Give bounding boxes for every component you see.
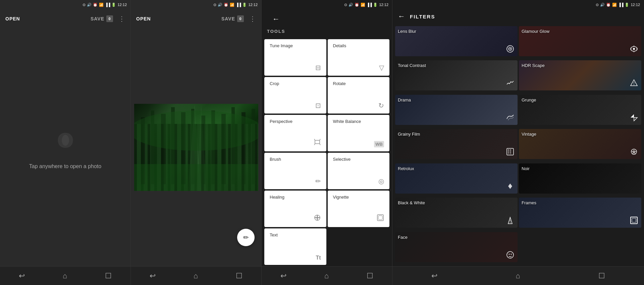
status-wifi: 📶 <box>99 3 104 7</box>
tool-crop[interactable]: Crop ⊡ <box>264 77 326 114</box>
tool-perspective[interactable]: Perspective <box>264 115 326 151</box>
lens-blur-icon-area <box>395 42 518 56</box>
svg-rect-51 <box>631 217 637 224</box>
text-icon: Tt <box>316 255 321 261</box>
home-nav-4[interactable]: ⌂ <box>516 272 520 280</box>
tool-tune-image[interactable]: Tune Image ⊟ <box>264 39 326 76</box>
filter-hdr-scape[interactable]: HDR Scape <box>519 60 641 90</box>
back-nav-4[interactable]: ↩ <box>431 272 437 280</box>
retrolux-icon-area <box>395 179 518 194</box>
home-nav-3[interactable]: ⌂ <box>324 272 329 280</box>
edit-fab-button[interactable]: ✏ <box>237 229 255 246</box>
status-time-1: 12:12 <box>117 3 127 7</box>
filter-face-label: Face <box>395 232 518 242</box>
tool-rotate[interactable]: Rotate ↻ <box>328 77 390 114</box>
tool-details[interactable]: Details ▽ <box>328 39 390 76</box>
filter-face[interactable]: Face <box>395 232 518 262</box>
status-time-2: 12:12 <box>248 3 258 7</box>
panel-image-editor: ⊙ 🔊 ⏰ 📶 ▐▐ 🔋 12:12 OPEN SAVE 0 ⋮ <box>131 0 262 285</box>
lens-blur-icon <box>505 44 515 54</box>
grunge-icon-area <box>519 110 641 125</box>
top-bar-actions-2: SAVE 0 ⋮ <box>221 15 256 23</box>
tools-back-row: ← <box>262 9 392 26</box>
tool-text[interactable]: Text Tt <box>264 228 326 265</box>
svg-rect-24 <box>378 216 382 220</box>
glamour-glow-icon <box>629 44 639 54</box>
recents-nav-3[interactable]: ☐ <box>367 272 373 280</box>
status-bar-3: ⊙ 🔊 ⏰ 📶 ▐▐ 🔋 12:12 <box>262 0 392 9</box>
white-balance-icon: WB <box>374 141 384 147</box>
selective-icon: ◎ <box>378 177 384 185</box>
recents-nav-2[interactable]: ☐ <box>236 272 243 280</box>
tool-selective[interactable]: Selective ◎ <box>328 153 390 189</box>
status-volume-2: 🔊 <box>218 3 222 7</box>
filter-retrolux[interactable]: Retrolux <box>395 163 518 194</box>
tool-brush-label: Brush <box>270 157 321 162</box>
filter-grunge[interactable]: Grunge <box>519 95 641 125</box>
black-white-icon-area <box>395 213 518 228</box>
tool-brush[interactable]: Brush ✏ <box>264 153 326 189</box>
svg-rect-15 <box>134 164 258 191</box>
status-alarm: ⏰ <box>93 3 98 7</box>
open-button-2[interactable]: OPEN <box>136 16 151 21</box>
recents-nav-1[interactable]: ☐ <box>105 272 112 280</box>
filter-glamour-glow-label: Glamour Glow <box>519 26 641 37</box>
more-menu-1[interactable]: ⋮ <box>118 15 125 23</box>
camera-icon <box>50 125 80 155</box>
home-nav-1[interactable]: ⌂ <box>63 272 67 280</box>
status-signal: ▐▐ <box>105 3 110 7</box>
filter-black-white[interactable]: Black & White <box>395 198 518 228</box>
filter-grainy-film[interactable]: Grainy Film <box>395 129 518 159</box>
filter-vintage[interactable]: Vintage <box>519 129 641 159</box>
filter-glamour-glow[interactable]: Glamour Glow <box>519 26 641 56</box>
status-media: ⊙ <box>83 3 86 7</box>
vignette-icon <box>377 214 384 223</box>
forest-photo <box>134 104 258 191</box>
drama-icon-area <box>395 110 518 125</box>
glamour-glow-icon-area <box>519 42 641 56</box>
recents-nav-4[interactable]: ☐ <box>598 272 605 280</box>
filter-tonal-contrast[interactable]: Tonal Contrast <box>395 60 518 90</box>
svg-line-18 <box>314 139 315 140</box>
tool-vignette[interactable]: Vignette <box>328 191 390 227</box>
more-menu-2[interactable]: ⋮ <box>249 15 256 23</box>
status-wifi-2: 📶 <box>230 3 234 7</box>
tool-healing[interactable]: Healing <box>264 191 326 227</box>
filter-frames[interactable]: Frames <box>519 198 641 228</box>
filter-lens-blur[interactable]: Lens Blur <box>395 26 518 56</box>
tonal-contrast-icon-area <box>395 76 518 90</box>
tap-to-open-text: Tap anywhere to open a photo <box>29 163 101 169</box>
empty-state[interactable]: Tap anywhere to open a photo <box>0 28 130 266</box>
svg-point-50 <box>510 222 511 223</box>
svg-point-0 <box>62 135 69 145</box>
panel-filters: ⊙ 🔊 ⏰ 📶 ▐▐ 🔋 12:12 ← FILTERS Lens Blur <box>392 0 644 285</box>
image-canvas[interactable]: ✏ <box>131 28 261 266</box>
save-button-1[interactable]: SAVE 0 <box>91 15 113 22</box>
status-signal-3: ▐▐ <box>367 3 372 7</box>
drama-icon <box>505 113 515 122</box>
home-nav-2[interactable]: ⌂ <box>194 272 198 280</box>
save-button-2[interactable]: SAVE 0 <box>221 15 244 22</box>
status-wifi-4: 📶 <box>612 3 617 7</box>
back-nav-2[interactable]: ↩ <box>150 272 156 280</box>
back-nav-1[interactable]: ↩ <box>19 272 25 280</box>
tool-rotate-label: Rotate <box>333 81 384 86</box>
svg-rect-41 <box>510 149 511 151</box>
back-nav-3[interactable]: ↩ <box>280 272 286 280</box>
status-bar-2: ⊙ 🔊 ⏰ 📶 ▐▐ 🔋 12:12 <box>131 0 262 9</box>
svg-rect-52 <box>632 218 636 222</box>
open-button-1[interactable]: OPEN <box>5 16 20 21</box>
status-alarm-4: ⏰ <box>606 3 611 7</box>
back-button-filters[interactable]: ← <box>398 12 406 21</box>
status-signal-4: ▐▐ <box>618 3 624 7</box>
status-media-4: ⊙ <box>596 3 599 7</box>
filter-noir[interactable]: Noir <box>519 163 641 194</box>
tool-white-balance[interactable]: White Balance WB <box>328 115 390 151</box>
svg-rect-45 <box>510 153 511 154</box>
filter-drama[interactable]: Drama <box>395 95 518 125</box>
back-button-tools[interactable]: ← <box>267 12 387 26</box>
filter-lens-blur-label: Lens Blur <box>395 26 518 37</box>
svg-point-55 <box>511 254 512 255</box>
filter-frames-label: Frames <box>519 198 641 208</box>
status-volume: 🔊 <box>87 3 92 7</box>
